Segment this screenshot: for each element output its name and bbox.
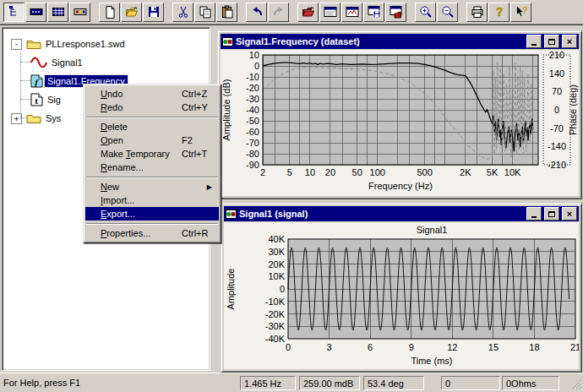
signal-bar-view-button[interactable] — [25, 3, 46, 22]
print-button[interactable] — [466, 3, 488, 22]
menu-item-export[interactable]: Export... — [85, 207, 219, 220]
tree-item-label[interactable]: Sys — [43, 112, 63, 124]
svg-text:-30: -30 — [246, 94, 259, 104]
svg-text:-80: -80 — [246, 149, 259, 159]
save-file-button[interactable] — [143, 3, 164, 22]
undo-icon — [250, 5, 264, 19]
svg-text:15: 15 — [488, 342, 499, 352]
svg-text:Signal1: Signal1 — [417, 225, 448, 235]
export-plot-window-button[interactable] — [385, 3, 406, 22]
svg-text:Phase (deg): Phase (deg) — [568, 84, 578, 135]
save-floppy-icon — [147, 5, 161, 19]
maximize-button[interactable] — [544, 35, 559, 48]
svg-text:-30K: -30K — [265, 321, 286, 331]
copy-icon — [199, 5, 212, 19]
svg-text:140: 140 — [549, 68, 564, 79]
menu-item-new[interactable]: New▶ — [85, 180, 219, 193]
tree-row-signal1[interactable]: Signal1 — [3, 53, 210, 72]
menu-item-make-temporary[interactable]: Make TemporaryCtrl+T — [85, 147, 219, 161]
svg-text:-70: -70 — [246, 138, 259, 148]
svg-text:-210: -210 — [548, 160, 566, 170]
zoom-out-icon — [441, 5, 455, 19]
cut-button[interactable] — [172, 3, 193, 22]
tree-root-label[interactable]: PLLresponse1.swd — [43, 38, 128, 50]
window-signal1-frequency: Signal1.Frequency (dataset) × -90-80-70-… — [217, 30, 582, 199]
window-signal1-signal: Signal1 (signal) × 40K30K20K10K0-10K-20K… — [221, 203, 582, 373]
open-file-button[interactable] — [121, 3, 142, 22]
svg-text:6: 6 — [368, 342, 373, 352]
tree-view-button[interactable] — [3, 3, 25, 22]
svg-text:0: 0 — [280, 284, 285, 294]
frequency-response-chart[interactable]: -90-80-70-60-50-40-30-20-100102510205010… — [221, 50, 579, 196]
svg-text:t: t — [35, 95, 38, 106]
resize-grip[interactable] — [571, 378, 582, 391]
window-titlebar[interactable]: Signal1.Frequency (dataset) × — [221, 34, 579, 49]
tree-row-root[interactable]: - PLLresponse1.swd — [3, 35, 210, 53]
time-dataset-icon: t — [30, 93, 43, 106]
menu-item-import[interactable]: Import... — [85, 193, 219, 207]
svg-text:0: 0 — [286, 342, 291, 352]
window-titlebar[interactable]: Signal1 (signal) × — [224, 206, 579, 221]
svg-text:100: 100 — [370, 167, 385, 177]
menu-item-undo[interactable]: UndoCtrl+Z — [85, 87, 219, 101]
svg-text:12: 12 — [447, 342, 457, 352]
window-title: Signal1 (signal) — [239, 209, 524, 219]
token-bar-view-button[interactable] — [69, 3, 90, 22]
window-client-area: 40K30K20K10K0-10K-20K-30K-40K03691215182… — [224, 222, 579, 369]
help-button[interactable]: ? — [488, 3, 509, 22]
save-plot-window-icon — [368, 5, 381, 19]
menu-item-redo[interactable]: RedoCtrl+Y — [85, 101, 219, 114]
grid-view-icon — [52, 5, 65, 19]
svg-text:2K: 2K — [460, 167, 471, 177]
close-button[interactable]: × — [562, 35, 577, 48]
tree-item-label[interactable]: Sig — [45, 94, 63, 106]
save-plot-window-button[interactable] — [363, 3, 384, 22]
svg-text:Amplitude (dB): Amplitude (dB) — [221, 79, 232, 141]
undo-button[interactable] — [246, 3, 267, 22]
maximize-button[interactable] — [544, 207, 559, 220]
plot-window-button[interactable] — [341, 3, 362, 22]
signal-window-icon — [226, 210, 237, 219]
help-icon: ? — [493, 5, 506, 19]
new-file-button[interactable] — [99, 3, 120, 22]
minimize-button[interactable] — [526, 35, 542, 48]
svg-text:210: 210 — [549, 50, 564, 60]
application-window: ? ? - PLLresponse1.swd Signal1 f Signal1… — [0, 0, 583, 392]
tree-view-icon — [8, 5, 21, 19]
paste-button[interactable] — [216, 3, 237, 22]
context-menu: UndoCtrl+Z RedoCtrl+Y Delete OpenF2 Make… — [83, 84, 221, 243]
menu-item-rename[interactable]: Rename... — [85, 161, 219, 174]
signal-bar-icon — [30, 5, 43, 19]
properties-window-button[interactable] — [319, 3, 341, 22]
zoom-in-button[interactable] — [415, 3, 436, 22]
minimize-button[interactable] — [526, 207, 542, 220]
collapse-box[interactable]: - — [11, 39, 22, 50]
new-file-icon — [103, 5, 117, 19]
svg-text:20K: 20K — [268, 259, 285, 270]
menu-item-properties[interactable]: Properties...Ctrl+R — [85, 226, 219, 240]
menu-item-delete[interactable]: Delete — [85, 120, 219, 133]
close-button[interactable]: × — [562, 207, 577, 220]
zoom-out-button[interactable] — [437, 3, 458, 22]
signal-waveform-chart[interactable]: 40K30K20K10K0-10K-20K-30K-40K03691215182… — [224, 222, 579, 369]
copy-button[interactable] — [194, 3, 215, 22]
import-folder-icon — [302, 5, 315, 19]
tree-item-label[interactable]: Signal1 — [49, 57, 85, 68]
dataset-window-icon — [222, 37, 233, 46]
maximize-icon — [548, 39, 555, 45]
import-folder-button[interactable] — [297, 3, 319, 22]
svg-text:10K: 10K — [504, 167, 521, 177]
status-count: 0 — [441, 376, 500, 390]
menu-item-open[interactable]: OpenF2 — [85, 133, 219, 147]
close-icon: × — [567, 209, 572, 219]
folder-icon — [26, 38, 41, 50]
status-phase: 53.4 deg — [363, 376, 424, 390]
redo-button[interactable] — [268, 3, 289, 22]
paste-clipboard-icon — [221, 5, 234, 19]
grid-view-button[interactable] — [47, 3, 68, 22]
context-help-button[interactable]: ? — [510, 3, 531, 22]
svg-text:Time (ms): Time (ms) — [411, 356, 452, 366]
toolbar: ? ? — [0, 0, 583, 24]
svg-text:5: 5 — [287, 167, 292, 177]
svg-text:10K: 10K — [268, 271, 285, 281]
